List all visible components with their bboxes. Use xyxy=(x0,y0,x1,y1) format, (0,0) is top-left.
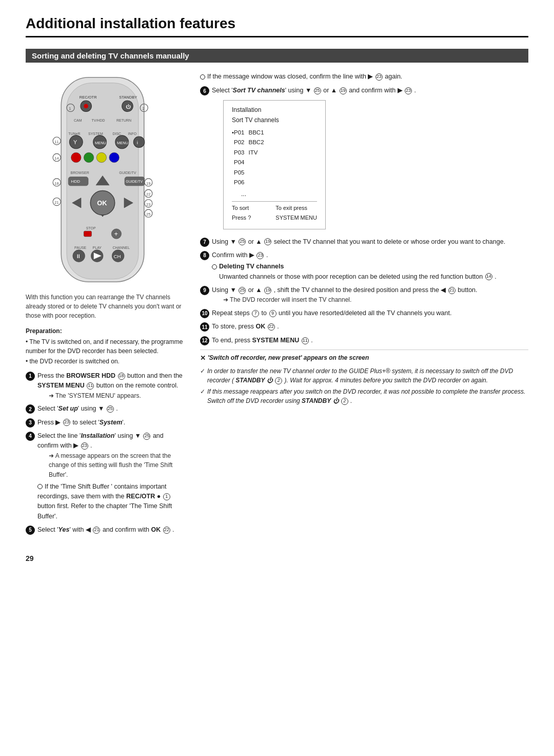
step-1: 1 Press the BROWSER HDD 18 button and th… xyxy=(26,371,185,400)
screen-box: Installation Sort TV channels •P01BBC1 P… xyxy=(223,100,326,229)
svg-text:MENU: MENU xyxy=(95,141,106,145)
step-12: 12 To end, press SYSTEM MENU 11 . xyxy=(200,336,528,345)
screen-footer-right: To exit pressSYSTEM MENU xyxy=(275,203,317,222)
final-notes: ✕ 'Switch off recorder, new preset' appe… xyxy=(200,350,528,405)
page-title: Additional installation features xyxy=(26,15,528,32)
svg-text:18: 18 xyxy=(54,181,58,186)
preparation-line-1: • The TV is switched on, and if necessar… xyxy=(26,337,185,356)
remote-svg: REC/OTR STANDBY ⏻ 1 2 CAM TV/HDD RETURN … xyxy=(26,72,180,287)
intro-text: With this function you can rearrange the… xyxy=(26,293,185,320)
svg-text:SYSTEM: SYSTEM xyxy=(88,132,103,135)
step-8-content: Confirm with ▶ 23 . Deleting TV channels… xyxy=(212,250,528,282)
svg-text:11: 11 xyxy=(54,140,58,144)
step-4-num: 4 xyxy=(26,432,35,441)
circle-note-top: If the message window was closed, confir… xyxy=(200,72,528,82)
step-5-content: Select 'Yes' with ◀ 21 and confirm with … xyxy=(37,525,185,535)
step-1-content: Press the BROWSER HDD 18 button and then… xyxy=(37,371,185,400)
check-note-1: ✓ In order to transfer the new TV channe… xyxy=(200,366,528,385)
svg-point-34 xyxy=(109,152,119,162)
step-6-num: 6 xyxy=(200,86,209,95)
svg-text:22: 22 xyxy=(146,192,150,197)
main-layout: REC/OTR STANDBY ⏻ 1 2 CAM TV/HDD RETURN … xyxy=(26,72,528,539)
svg-text:TUNeR: TUNeR xyxy=(68,132,80,135)
right-column: If the message window was closed, confir… xyxy=(200,72,528,405)
svg-text:CAM: CAM xyxy=(74,119,82,122)
svg-text:STANDBY: STANDBY xyxy=(119,95,137,100)
page-number: 29 xyxy=(26,554,528,563)
svg-text:DISC: DISC xyxy=(112,132,121,135)
left-column: REC/OTR STANDBY ⏻ 1 2 CAM TV/HDD RETURN … xyxy=(26,72,185,539)
svg-text:19: 19 xyxy=(146,181,150,186)
svg-point-25 xyxy=(133,137,145,148)
step-6-content: Select 'Sort TV channels' using ▼ 25 or … xyxy=(212,86,528,233)
step-12-num: 12 xyxy=(200,336,209,345)
svg-text:INFO: INFO xyxy=(128,132,137,135)
step-8-sub: Deleting TV channels Unwanted channels o… xyxy=(212,262,528,282)
step-2-content: Select 'Set up' using ▼ 25 . xyxy=(37,404,185,414)
screen-subtitle: Sort TV channels xyxy=(232,115,317,125)
step-11-content: To store, press OK 22 . xyxy=(212,322,528,332)
step-8-num: 8 xyxy=(200,251,209,260)
preparation-line-2: • the DVD recorder is switched on. xyxy=(26,357,185,366)
svg-text:GUIDE/TV: GUIDE/TV xyxy=(119,171,136,175)
step-4-content: Select the line 'Installation' using ▼ 2… xyxy=(37,431,185,521)
svg-text:PAUSE: PAUSE xyxy=(74,246,87,249)
step-11-num: 11 xyxy=(200,322,209,332)
step-12-content: To end, press SYSTEM MENU 11 . xyxy=(212,336,528,345)
svg-rect-60 xyxy=(84,231,91,237)
screen-footer: To sortPress ? To exit pressSYSTEM MENU xyxy=(232,201,317,222)
step-2-num: 2 xyxy=(26,404,35,414)
step-10-content: Repeat steps 7 to 9 until you have resor… xyxy=(212,308,528,318)
svg-text:25: 25 xyxy=(146,212,150,217)
svg-point-31 xyxy=(71,152,81,162)
step-10-num: 10 xyxy=(200,309,209,318)
screen-ellipsis: ... xyxy=(241,189,317,199)
cross-note: ✕ 'Switch off recorder, new preset' appe… xyxy=(200,353,528,363)
svg-point-33 xyxy=(96,152,106,162)
svg-point-32 xyxy=(84,152,93,162)
svg-text:OK: OK xyxy=(97,199,107,207)
svg-text:Y: Y xyxy=(73,139,77,145)
svg-text:2: 2 xyxy=(143,106,145,111)
svg-text:BROWSER: BROWSER xyxy=(71,171,89,175)
step-6: 6 Select 'Sort TV channels' using ▼ 25 o… xyxy=(200,86,528,233)
svg-text:CHANNEL: CHANNEL xyxy=(112,246,130,249)
step-8: 8 Confirm with ▶ 23 . Deleting TV channe… xyxy=(200,250,528,282)
svg-text:HDD: HDD xyxy=(71,179,81,184)
svg-text:23: 23 xyxy=(146,202,150,207)
step-5: 5 Select 'Yes' with ◀ 21 and confirm wit… xyxy=(26,525,185,535)
svg-text:+: + xyxy=(114,230,118,238)
step-1-num: 1 xyxy=(26,372,35,381)
svg-text:1: 1 xyxy=(69,106,71,111)
step-2: 2 Select 'Set up' using ▼ 25 . xyxy=(26,404,185,414)
title-divider xyxy=(26,36,528,37)
step-5-num: 5 xyxy=(26,526,35,535)
preparation-label: Preparation: xyxy=(26,327,62,335)
step-7-content: Using ▼ 25 or ▲ 19 select the TV channel… xyxy=(212,237,528,247)
remote-control-image: REC/OTR STANDBY ⏻ 1 2 CAM TV/HDD RETURN … xyxy=(26,72,180,287)
preparation-section: Preparation: • The TV is switched on, an… xyxy=(26,326,185,366)
step-9-num: 9 xyxy=(200,286,209,295)
check-note-2: ✓ If this message reappears after you sw… xyxy=(200,387,528,405)
section-header: Sorting and deleting TV channels manuall… xyxy=(26,49,528,63)
step-9: 9 Using ▼ 25 or ▲ 19 , shift the TV chan… xyxy=(200,285,528,305)
svg-text:14: 14 xyxy=(54,156,58,161)
svg-text:MENU: MENU xyxy=(117,141,128,145)
svg-text:RETURN: RETURN xyxy=(116,119,131,122)
step-7: 7 Using ▼ 25 or ▲ 19 select the TV chann… xyxy=(200,237,528,247)
svg-text:21: 21 xyxy=(54,200,58,205)
step-11: 11 To store, press OK 22 . xyxy=(200,322,528,332)
svg-text:PLAY: PLAY xyxy=(93,246,102,249)
screen-items: •P01BBC1 P02BBC2 P03ITV P04 P05 P06 ... xyxy=(232,128,317,200)
svg-text:i: i xyxy=(137,140,138,145)
step-3: 3 Press ▶ 23 to select 'System'. xyxy=(26,418,185,428)
screen-footer-left: To sortPress ? xyxy=(232,203,251,222)
screen-title: Installation xyxy=(232,105,317,115)
step-4: 4 Select the line 'Installation' using ▼… xyxy=(26,431,185,521)
svg-text:CH: CH xyxy=(114,254,121,259)
svg-text:GUIDE/TV: GUIDE/TV xyxy=(126,180,143,183)
step-7-num: 7 xyxy=(200,238,209,247)
step-3-content: Press ▶ 23 to select 'System'. xyxy=(37,418,185,428)
steps-left: 1 Press the BROWSER HDD 18 button and th… xyxy=(26,371,185,535)
svg-text:⏸: ⏸ xyxy=(75,253,81,259)
